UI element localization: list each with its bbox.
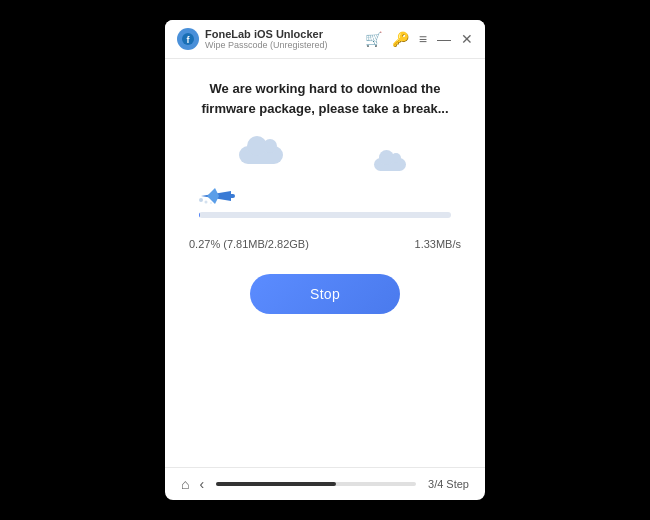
cloud-large-icon <box>239 146 283 164</box>
cloud-small-icon <box>374 158 406 171</box>
app-subtitle: Wipe Passcode (Unregistered) <box>205 40 328 50</box>
svg-point-7 <box>205 201 208 204</box>
home-icon[interactable]: ⌂ <box>181 476 189 492</box>
main-content: We are working hard to download the firm… <box>165 59 485 467</box>
progress-track <box>199 212 451 218</box>
back-icon[interactable]: ‹ <box>199 476 204 492</box>
status-message: We are working hard to download the firm… <box>201 79 448 118</box>
titlebar: f FoneLab iOS Unlocker Wipe Passcode (Un… <box>165 20 485 59</box>
app-icon: f <box>177 28 199 50</box>
progress-fill <box>199 212 200 218</box>
svg-marker-3 <box>207 188 219 196</box>
animation-area <box>189 138 461 228</box>
progress-speed-label: 1.33MB/s <box>415 238 461 250</box>
svg-rect-5 <box>229 194 235 198</box>
app-window: f FoneLab iOS Unlocker Wipe Passcode (Un… <box>165 20 485 500</box>
progress-info: 0.27% (7.81MB/2.82GB) 1.33MB/s <box>189 238 461 250</box>
step-label: 3/4 Step <box>428 478 469 490</box>
user-icon[interactable]: 🔑 <box>392 31 409 47</box>
footer-icons: ⌂ ‹ <box>181 476 204 492</box>
plane-icon <box>199 182 237 210</box>
close-icon[interactable]: ✕ <box>461 31 473 47</box>
titlebar-text: FoneLab iOS Unlocker Wipe Passcode (Unre… <box>205 28 328 50</box>
titlebar-controls: 🛒 🔑 ≡ — ✕ <box>365 31 473 47</box>
app-title: FoneLab iOS Unlocker <box>205 28 328 40</box>
menu-icon[interactable]: ≡ <box>419 31 427 47</box>
footer-progress-fill <box>216 482 336 486</box>
footer: ⌂ ‹ 3/4 Step <box>165 467 485 500</box>
progress-percent-label: 0.27% (7.81MB/2.82GB) <box>189 238 309 250</box>
stop-button[interactable]: Stop <box>250 274 400 314</box>
cart-icon[interactable]: 🛒 <box>365 31 382 47</box>
titlebar-left: f FoneLab iOS Unlocker Wipe Passcode (Un… <box>177 28 328 50</box>
svg-point-8 <box>210 202 212 204</box>
svg-marker-4 <box>207 196 219 204</box>
footer-progress-track <box>216 482 416 486</box>
minimize-icon[interactable]: — <box>437 31 451 47</box>
svg-point-6 <box>199 198 203 202</box>
